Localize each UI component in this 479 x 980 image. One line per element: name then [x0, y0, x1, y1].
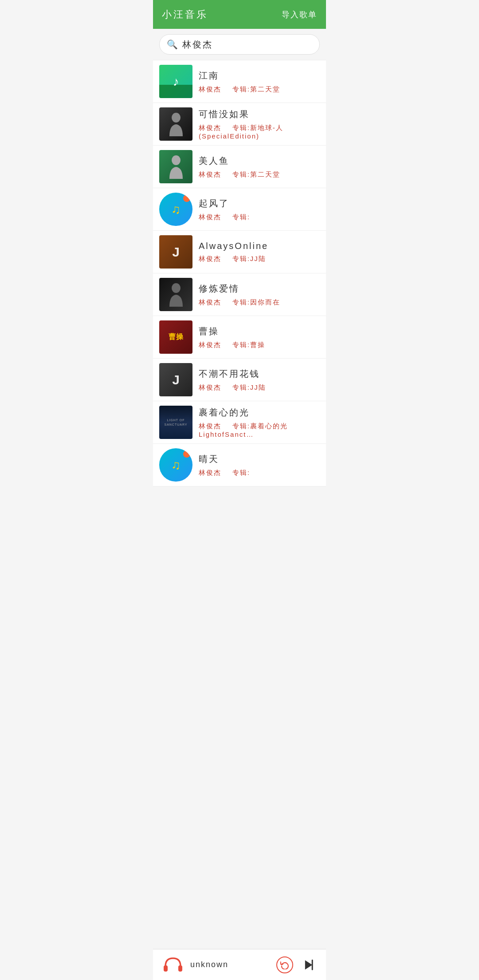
song-thumbnail: ♫	[159, 448, 192, 482]
list-item[interactable]: 美人鱼 林俊杰 专辑:第二天堂	[153, 146, 326, 188]
song-thumbnail: ♫	[159, 193, 192, 226]
song-info: 起风了 林俊杰 专辑:	[199, 198, 320, 221]
song-title: 不潮不用花钱	[199, 368, 320, 380]
list-item[interactable]: J AlwaysOnline 林俊杰 专辑:JJ陆	[153, 231, 326, 273]
song-thumbnail	[159, 107, 192, 141]
song-title: 裹着心的光	[199, 407, 320, 419]
song-subtitle: 林俊杰 专辑:JJ陆	[199, 255, 320, 263]
song-title: 修炼爱情	[199, 283, 320, 295]
list-item[interactable]: 可惜没如果 林俊杰 专辑:新地球-人(SpecialEdition)	[153, 103, 326, 146]
svg-point-1	[172, 155, 181, 165]
song-subtitle: 林俊杰 专辑:JJ陆	[199, 383, 320, 392]
song-title: 美人鱼	[199, 155, 320, 167]
song-title: 起风了	[199, 198, 320, 209]
search-input[interactable]	[182, 40, 312, 50]
list-item[interactable]: 江南 林俊杰 专辑:第二天堂	[153, 60, 326, 103]
song-thumbnail: J	[159, 363, 192, 396]
list-item[interactable]: LIGHT OFSANCTUARY 裹着心的光 林俊杰 专辑:裹着心的光Ligh…	[153, 401, 326, 444]
song-list: 江南 林俊杰 专辑:第二天堂 可惜没如果 林俊杰 专辑:新地球-人(Specia…	[153, 60, 326, 486]
song-subtitle: 林俊杰 专辑:	[199, 469, 320, 477]
song-info: 不潮不用花钱 林俊杰 专辑:JJ陆	[199, 368, 320, 392]
list-item[interactable]: ♫ 起风了 林俊杰 专辑:	[153, 188, 326, 231]
song-thumbnail	[159, 278, 192, 311]
song-info: 可惜没如果 林俊杰 专辑:新地球-人(SpecialEdition)	[199, 108, 320, 140]
song-info: 江南 林俊杰 专辑:第二天堂	[199, 70, 320, 94]
list-item[interactable]: J 不潮不用花钱 林俊杰 专辑:JJ陆	[153, 359, 326, 401]
app-header: 小汪音乐 导入歌单	[153, 0, 326, 29]
svg-point-0	[172, 113, 181, 122]
song-info: AlwaysOnline 林俊杰 专辑:JJ陆	[199, 241, 320, 263]
song-thumbnail	[159, 150, 192, 183]
search-icon: 🔍	[167, 39, 178, 50]
song-info: 曹操 林俊杰 专辑:曹操	[199, 325, 320, 349]
song-title: 曹操	[199, 325, 320, 337]
song-info: 修炼爱情 林俊杰 专辑:因你而在	[199, 283, 320, 307]
song-title: 可惜没如果	[199, 108, 320, 120]
song-title: 江南	[199, 70, 320, 82]
song-subtitle: 林俊杰 专辑:	[199, 213, 320, 221]
song-title: AlwaysOnline	[199, 241, 320, 251]
list-item[interactable]: 修炼爱情 林俊杰 专辑:因你而在	[153, 273, 326, 316]
import-button[interactable]: 导入歌单	[282, 9, 317, 20]
list-item[interactable]: 曹操 曹操 林俊杰 专辑:曹操	[153, 316, 326, 359]
song-info: 裹着心的光 林俊杰 专辑:裹着心的光LightofSanct…	[199, 407, 320, 438]
song-thumbnail: J	[159, 235, 192, 269]
song-thumbnail: 曹操	[159, 320, 192, 354]
app-title: 小汪音乐	[162, 8, 208, 21]
song-subtitle: 林俊杰 专辑:裹着心的光LightofSanct…	[199, 422, 320, 438]
svg-point-2	[172, 283, 181, 293]
song-thumbnail: LIGHT OFSANCTUARY	[159, 406, 192, 439]
song-thumbnail	[159, 65, 192, 98]
song-info: 美人鱼 林俊杰 专辑:第二天堂	[199, 155, 320, 179]
song-title: 晴天	[199, 453, 320, 465]
song-subtitle: 林俊杰 专辑:第二天堂	[199, 170, 320, 179]
song-subtitle: 林俊杰 专辑:曹操	[199, 341, 320, 349]
song-subtitle: 林俊杰 专辑:因你而在	[199, 298, 320, 307]
search-box[interactable]: 🔍	[159, 34, 320, 55]
song-subtitle: 林俊杰 专辑:新地球-人(SpecialEdition)	[199, 124, 320, 140]
song-subtitle: 林俊杰 专辑:第二天堂	[199, 85, 320, 94]
song-info: 晴天 林俊杰 专辑:	[199, 453, 320, 477]
search-container: 🔍	[153, 29, 326, 60]
list-item[interactable]: ♫ 晴天 林俊杰 专辑:	[153, 444, 326, 486]
